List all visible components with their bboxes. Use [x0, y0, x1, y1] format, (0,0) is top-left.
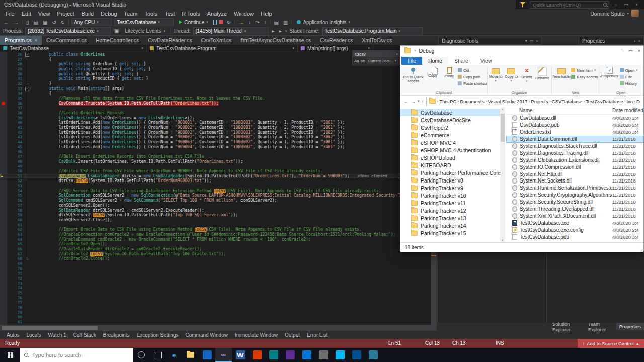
delete-button[interactable]: ×Delete▾ [519, 66, 535, 83]
menu-test[interactable]: Test [161, 11, 178, 17]
menu-project[interactable]: Project [53, 11, 77, 17]
menu-window[interactable]: Window [230, 11, 257, 17]
taskbar-app-13-icon[interactable] [365, 348, 381, 362]
file-row-system.security.cryptography.algorithms.dll[interactable]: System.Security.Cryptography.Algorithms.… [506, 192, 643, 199]
flag-threads-icon[interactable]: ▸ [278, 28, 283, 34]
tree-item-parkingtracker-v10[interactable]: ParkingTracker v10 [400, 192, 500, 199]
file-row-csvdatabase.pdb[interactable]: CsvDatabase.pdb4/8/2020 2:4 [506, 122, 643, 129]
outline-collapse-icon[interactable]: - [25, 53, 29, 57]
ribbon-tab-view[interactable]: View [474, 57, 498, 65]
file-row-system.io.compression.dll[interactable]: System.IO.Compression.dll11/21/2018 [506, 163, 643, 170]
code-text[interactable] [30, 291, 437, 296]
tree-item-parkingtracker-v14[interactable]: ParkingTracker v14 [400, 222, 500, 229]
step-into-icon[interactable]: ↓ [247, 20, 252, 25]
tree-item-kiteboard[interactable]: KITEBOARD [400, 161, 500, 169]
back-icon[interactable]: ← [404, 99, 409, 104]
code-text[interactable]: lstOrderLines.Add(new OrderLines() { Ord… [30, 140, 437, 145]
maximize-button[interactable]: ▭ [622, 2, 630, 7]
startup-project-combo[interactable]: TestCsvDatabase▾ [114, 18, 174, 26]
chevron-down-icon[interactable]: ▾ [414, 49, 416, 53]
find-scope-dropdown[interactable]: Current Docu...▾ [367, 58, 398, 64]
minimize-button[interactable]: – [612, 2, 619, 7]
process-snapshot-icon[interactable]: ▣ [113, 28, 120, 34]
ribbon-tab-home[interactable]: Home [422, 57, 448, 65]
breadcrumb-testcsvdatabase[interactable]: TestCsvDatabase [586, 99, 623, 104]
tree-item-parkingtracker-performance-console-app[interactable]: ParkingTracker Performance Console App [400, 169, 500, 176]
file-row-orderlines.txt[interactable]: OrderLines.txt4/8/2020 3:4 [506, 129, 643, 136]
code-text[interactable] [30, 184, 437, 189]
close-button[interactable]: × [638, 48, 640, 53]
code-text[interactable] [30, 296, 437, 301]
move-to-button[interactable]: Move to▾ [488, 66, 504, 83]
match-word-toggle[interactable]: ab [361, 59, 365, 63]
code-text[interactable]: public string CustomerID { get; set; } [30, 67, 437, 72]
menu-analyze[interactable]: Analyze [204, 11, 230, 17]
scrollbar-thumb[interactable] [501, 114, 505, 142]
code-text[interactable]: lstOrderLines.Add(new OrderLines() { Ord… [30, 135, 437, 140]
code-text[interactable]: public int Quantity { get; set; } [30, 72, 437, 77]
scroll-down-icon[interactable]: ∨ [501, 238, 505, 242]
code-text[interactable] [30, 164, 437, 169]
menu-r-tools[interactable]: R Tools [178, 11, 203, 17]
code-text[interactable] [30, 149, 437, 154]
up-icon[interactable]: ↑ [422, 99, 424, 104]
code-text[interactable]: CsvDatabase.CsvDataReader dtrCsv = new C… [30, 174, 437, 179]
close-button[interactable]: × [633, 2, 640, 7]
recent-locations-icon[interactable]: ▾ [418, 99, 420, 103]
code-text[interactable] [30, 276, 437, 281]
taskbar-app-7-icon[interactable] [265, 348, 282, 362]
taskbar-app-11-icon[interactable] [332, 348, 348, 362]
start-button[interactable] [0, 348, 20, 362]
restart-icon[interactable]: ↻ [226, 20, 232, 25]
code-text[interactable]: lstOrderLines.Add(new OrderLines() { Ord… [30, 145, 437, 150]
code-text[interactable] [30, 271, 437, 276]
taskbar-app-3-icon[interactable] [199, 348, 215, 362]
editor-horizontal-scrollbar[interactable] [0, 325, 437, 331]
taskbar-app-9-icon[interactable] [298, 348, 315, 362]
code-text[interactable]: dtrSQLServer2.ToCSV(System.IO.Path.GetFu… [30, 213, 437, 218]
code-text[interactable]: //OracleConnection conOracle2 = new Orac… [30, 232, 437, 237]
tree-item-parkingtracker-v13[interactable]: ParkingTracker v13 [400, 214, 500, 222]
file-row-system.data.common.dll[interactable]: System.Data.Common.dll11/21/2018 [506, 136, 643, 143]
file-row-csvdatabase.dll[interactable]: CsvDatabase.dll4/8/2020 2:4 [506, 115, 643, 122]
panel-tab-watch-1[interactable]: Watch 1 [44, 332, 69, 338]
tab-Program.cs[interactable]: Program.cs× [0, 36, 42, 45]
code-text[interactable] [30, 281, 437, 286]
new-item-button[interactable]: New item▾ [571, 67, 597, 73]
properties-button[interactable]: ✓Properties [600, 66, 620, 78]
code-text[interactable] [30, 106, 437, 111]
diagnostic-tools-pane-header[interactable]: Diagnostic Tools ▾▭× [438, 37, 542, 45]
show-next-statement-icon[interactable]: → [237, 20, 245, 25]
code-text[interactable]: { [30, 91, 437, 96]
panel-tab-breakpoints[interactable]: Breakpoints [100, 332, 133, 338]
type-dropdown[interactable]: TestCsvDatabase.Program▾ [147, 45, 298, 52]
menu-debug[interactable]: Debug [97, 11, 120, 17]
code-text[interactable]: List<OrderLines> lstOrderLines = new Lis… [30, 116, 437, 121]
code-text[interactable]: static void Main(string[] args) [30, 86, 437, 92]
code-text[interactable] [30, 320, 437, 325]
code-editor[interactable]: 26- public class OrderLines27 {28 public… [0, 52, 437, 325]
code-text[interactable] [30, 315, 437, 320]
code-text[interactable]: //conOracle2.Open(); [30, 242, 437, 247]
taskbar-file-explorer-icon[interactable] [182, 348, 199, 362]
code-text[interactable]: //OracleCommand cmdOracle2 = new OracleC… [30, 237, 437, 242]
close-icon[interactable]: × [536, 39, 538, 43]
easy-access-button[interactable]: Easy access▾ [571, 74, 597, 80]
find-input[interactable] [354, 51, 396, 57]
tab-XmlToCsv.cs[interactable]: XmlToCsv.cs [357, 36, 396, 45]
file-row-system.diagnostics.stacktrace.dll[interactable]: System.Diagnostics.StackTrace.dll11/21/2… [506, 143, 643, 150]
flag-threads-icon[interactable]: ▸ [271, 28, 276, 34]
match-case-toggle[interactable]: Aa [354, 59, 359, 63]
code-text[interactable]: public string ProductID { get; set; } [30, 76, 437, 81]
panel-tab-call-stack[interactable]: Call Stack [70, 332, 100, 338]
paste-shortcut-button[interactable]: Paste shortcut [458, 80, 486, 86]
tab-CsvToXml.cs[interactable]: CsvToXml.cs [197, 36, 236, 45]
file-explorer-window[interactable]: ▾ Debug – ▭ × FileHomeShareView Pin to Q… [400, 45, 644, 251]
save-icon[interactable]: ▦ [42, 20, 48, 25]
taskbar-app-6-icon[interactable] [249, 348, 265, 362]
platform-combo[interactable]: Any CPU▾ [71, 18, 112, 26]
breadcrumb-visual-studio-2017[interactable]: Visual Studio 2017 [488, 99, 527, 104]
taskbar-search[interactable] [20, 348, 133, 362]
tree-item-parkingtracker-v15[interactable]: ParkingTracker v15 [400, 229, 500, 237]
code-text[interactable]: dtrCsv.ToCSV(System.IO.Path.GetFullPath(… [30, 178, 437, 184]
